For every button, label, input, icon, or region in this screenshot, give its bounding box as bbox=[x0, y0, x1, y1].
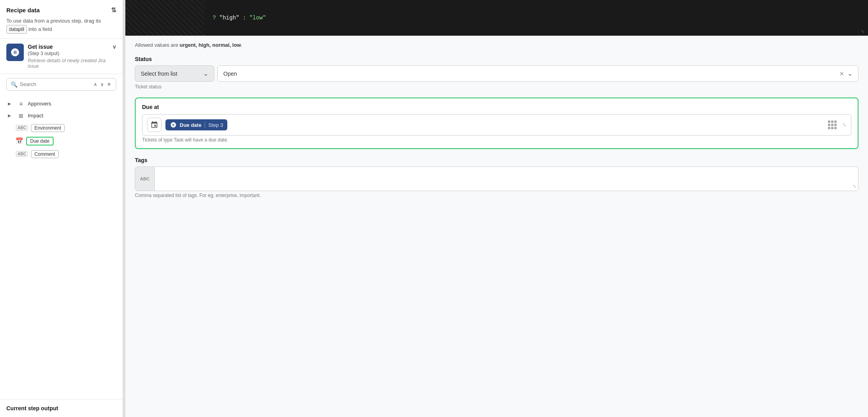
question-mark: ? bbox=[213, 15, 216, 21]
get-issue-description: Retrieve details of newly created Jira i… bbox=[28, 58, 116, 69]
status-label: Status bbox=[135, 56, 858, 62]
get-issue-icon bbox=[6, 44, 24, 61]
grid-dot bbox=[834, 121, 837, 123]
search-bar: 🔍 ∧ ∨ ✕ bbox=[6, 78, 116, 91]
expand-icon[interactable]: ▶ bbox=[8, 101, 14, 106]
dropdown-arrow-icon[interactable]: ⌄ bbox=[847, 70, 853, 77]
abc-icon: ABC bbox=[16, 125, 28, 131]
grid-dot bbox=[834, 127, 837, 129]
get-issue-section: Get issue ∨ (Step 3 output) Retrieve det… bbox=[0, 39, 123, 74]
status-hint: Ticket status bbox=[135, 84, 858, 90]
list-item[interactable]: 📅 Due date bbox=[6, 134, 116, 148]
list-icon: ≡ bbox=[17, 100, 25, 107]
jira-pill-svg bbox=[170, 122, 177, 128]
list-item[interactable]: ABC Comment bbox=[6, 148, 116, 161]
resize-corner-icon[interactable]: ⤡ bbox=[842, 122, 846, 128]
code-preview: ? "high" : "low" ⤡ bbox=[125, 0, 868, 36]
tags-input-row: ABC ⤡ bbox=[135, 166, 858, 191]
code-display: ? "high" : "low" bbox=[213, 15, 266, 21]
due-date-pill-label: Due date bbox=[180, 122, 202, 128]
search-up-button[interactable]: ∧ bbox=[93, 81, 98, 88]
open-value-actions: ✕ ⌄ bbox=[839, 70, 853, 77]
hatch-pattern bbox=[125, 0, 205, 36]
current-step-output: Current step output bbox=[0, 399, 123, 417]
get-issue-title-row: Get issue ∨ bbox=[28, 44, 116, 50]
grid-dot bbox=[831, 121, 833, 123]
open-value-container: Open ✕ ⌄ bbox=[217, 65, 858, 82]
tags-input[interactable] bbox=[155, 167, 851, 191]
code-colon: : bbox=[243, 15, 250, 21]
due-at-label: Due at bbox=[142, 104, 851, 110]
grid-dot bbox=[834, 124, 837, 126]
due-date-pill[interactable]: Due date bbox=[26, 137, 54, 145]
calendar-picker-icon[interactable] bbox=[147, 118, 161, 132]
due-at-hint: Tickets of type Task will have a due dat… bbox=[142, 137, 851, 143]
grid-icon: ⊞ bbox=[17, 112, 25, 119]
calendar-icon: 📅 bbox=[16, 138, 23, 145]
due-date-datapill[interactable]: Due date Step 3 bbox=[165, 119, 227, 130]
search-close-button[interactable]: ✕ bbox=[106, 81, 112, 88]
sort-icon[interactable]: ⇅ bbox=[111, 6, 116, 14]
due-date-pill-step: Step 3 bbox=[208, 122, 223, 128]
pill-separator bbox=[205, 122, 205, 128]
jira-pill-icon bbox=[169, 121, 177, 129]
list-item[interactable]: ▶ ⊞ Impact bbox=[6, 110, 116, 122]
recipe-data-header: Recipe data ⇅ To use data from a previou… bbox=[0, 0, 123, 39]
resize-handle-icon[interactable]: ⤡ bbox=[861, 29, 865, 34]
dropdown-chevron-icon: ⌄ bbox=[203, 70, 208, 77]
tree-items: ▶ ≡ Approvers ▶ ⊞ Impact ABC Environment… bbox=[0, 95, 123, 400]
datapill-example: datapill bbox=[6, 25, 27, 34]
grid-dot bbox=[828, 124, 830, 126]
recipe-data-description: To use data from a previous step, drag i… bbox=[6, 17, 116, 34]
tags-hint: Comma separated list of tags. For eg. en… bbox=[135, 193, 858, 198]
abc-icon: ABC bbox=[16, 151, 28, 157]
recipe-data-label: Recipe data bbox=[6, 7, 40, 13]
status-row: Select from list ⌄ Open ✕ ⌄ bbox=[135, 65, 858, 82]
tags-abc-badge: ABC bbox=[135, 167, 155, 191]
get-issue-label: Get issue bbox=[28, 44, 53, 50]
cal-svg bbox=[150, 121, 158, 129]
expand-icon[interactable]: ▶ bbox=[8, 113, 14, 118]
comment-pill[interactable]: Comment bbox=[31, 150, 59, 158]
grid-dot bbox=[828, 121, 830, 123]
code-val-low: "low" bbox=[249, 15, 266, 21]
search-nav: ∧ ∨ ✕ bbox=[93, 81, 112, 88]
tags-section: Tags ABC ⤡ Comma separated list of tags.… bbox=[135, 157, 858, 198]
right-panel: ? "high" : "low" ⤡ Allowed values are ur… bbox=[125, 0, 868, 417]
grid-menu-icon[interactable] bbox=[828, 121, 837, 129]
list-item[interactable]: ABC Environment bbox=[6, 122, 116, 134]
due-at-input: Due date Step 3 ⤡ bbox=[142, 114, 851, 136]
code-key-high: "high" bbox=[219, 15, 239, 21]
grid-dot bbox=[828, 127, 830, 129]
get-issue-subtitle: (Step 3 output) bbox=[28, 51, 116, 56]
recipe-data-title: Recipe data ⇅ bbox=[6, 6, 116, 14]
approvers-label: Approvers bbox=[28, 101, 51, 107]
status-section: Status Select from list ⌄ Open ✕ ⌄ Ticke… bbox=[135, 56, 858, 90]
grid-dot bbox=[831, 127, 833, 129]
get-issue-content: Get issue ∨ (Step 3 output) Retrieve det… bbox=[28, 44, 116, 69]
tags-label: Tags bbox=[135, 157, 858, 163]
select-from-list-text: Select from list bbox=[141, 71, 200, 77]
search-down-button[interactable]: ∨ bbox=[100, 81, 105, 88]
due-at-section: Due at Due date Step 3 bbox=[135, 98, 858, 149]
tags-resize-icon[interactable]: ⤡ bbox=[851, 167, 858, 191]
list-item[interactable]: ▶ ≡ Approvers bbox=[6, 98, 116, 110]
select-from-list-dropdown[interactable]: Select from list ⌄ bbox=[135, 65, 214, 82]
allowed-values-list: urgent, high, normal, low bbox=[180, 42, 241, 48]
search-icon: 🔍 bbox=[11, 81, 17, 88]
main-content: Allowed values are urgent, high, normal,… bbox=[125, 36, 868, 212]
collapse-chevron-icon[interactable]: ∨ bbox=[112, 44, 116, 50]
jira-icon bbox=[10, 48, 20, 57]
clear-icon[interactable]: ✕ bbox=[839, 71, 844, 77]
grid-dot bbox=[831, 124, 833, 126]
open-value-text: Open bbox=[223, 71, 836, 77]
impact-label: Impact bbox=[28, 113, 43, 119]
allowed-values-text: Allowed values are urgent, high, normal,… bbox=[135, 42, 858, 48]
search-input[interactable] bbox=[20, 81, 90, 87]
left-panel: Recipe data ⇅ To use data from a previou… bbox=[0, 0, 123, 417]
environment-pill[interactable]: Environment bbox=[31, 124, 65, 132]
